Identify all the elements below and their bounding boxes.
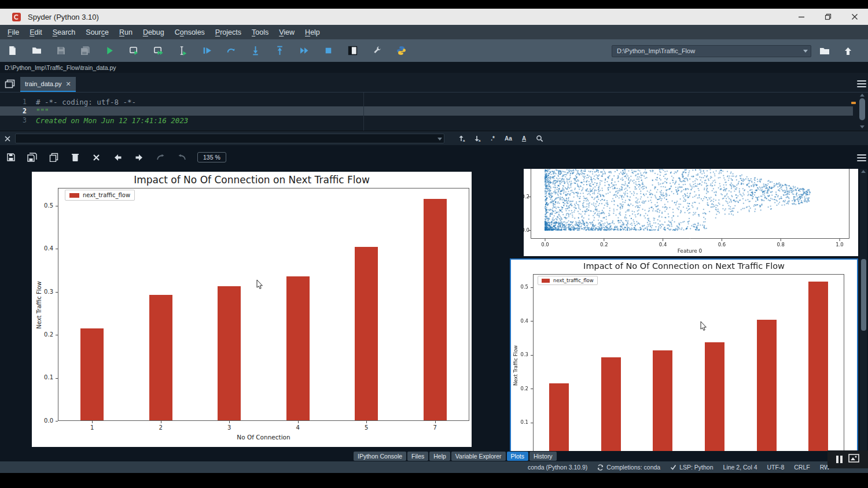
step-out-icon[interactable] <box>267 42 292 60</box>
y-axis-label: Next Traffic Flow <box>36 270 42 339</box>
bar-plot-thumbnail[interactable]: Impact of No Of Connection on Next Traff… <box>511 260 857 451</box>
find-previous-icon[interactable]: a <box>454 133 469 145</box>
minimize-button[interactable] <box>788 9 815 25</box>
next-plot-icon[interactable] <box>128 150 150 165</box>
code-line[interactable]: 3Created on Mon Jun 12 17:41:16 2023 <box>0 116 853 125</box>
step-over-icon[interactable] <box>219 42 243 60</box>
browse-tabs-icon[interactable] <box>5 79 15 88</box>
editor-scrollbar-thumb[interactable] <box>859 98 865 120</box>
menu-source[interactable]: Source <box>80 27 114 38</box>
scroll-up-icon[interactable] <box>861 170 866 173</box>
y-tick-mark <box>531 287 533 288</box>
scroll-down-icon[interactable] <box>860 125 865 128</box>
parent-directory-icon[interactable] <box>838 44 858 58</box>
debug-file-icon[interactable] <box>194 42 219 60</box>
menu-help[interactable]: Help <box>300 27 325 38</box>
x-tick-mark <box>229 421 230 423</box>
y-tick-mark <box>56 335 58 335</box>
regex-icon[interactable]: .* <box>485 133 501 145</box>
whole-words-icon[interactable]: A <box>516 133 532 145</box>
menu-view[interactable]: View <box>274 27 300 38</box>
pause-icon[interactable] <box>836 456 843 463</box>
y-tick-label: 0.1 <box>513 419 528 425</box>
bar-4 <box>705 342 724 451</box>
continue-icon[interactable] <box>292 42 316 60</box>
zoom-out-icon <box>171 150 193 165</box>
python-env-icon[interactable] <box>389 42 413 60</box>
pane-tab-history[interactable]: History <box>529 452 557 461</box>
working-directory-combobox[interactable]: D:\Python_Imp\Traffic_Flow <box>612 45 811 57</box>
pane-tab-variable-explorer[interactable]: Variable Explorer <box>451 452 506 461</box>
editor-scrollbar[interactable] <box>858 94 866 128</box>
editor-tab-label: train_data.py <box>25 80 62 87</box>
y-tick-mark <box>56 292 58 293</box>
x-tick-label: 4 <box>292 424 304 431</box>
chart-legend: next_traffic_flow <box>538 276 598 285</box>
line-number: 1 <box>0 98 27 106</box>
search-icon[interactable] <box>532 133 547 145</box>
legend-label: next_traffic_flow <box>553 278 594 283</box>
plots-options-menu-icon[interactable] <box>857 154 866 161</box>
code-line[interactable]: 1# -*- coding: utf-8 -*- <box>0 97 853 106</box>
menu-file[interactable]: File <box>2 27 24 38</box>
code-text: # -*- coding: utf-8 -*- <box>36 98 136 106</box>
y-tick-mark <box>56 249 58 249</box>
status-lsp: LSP: Python <box>670 464 713 471</box>
code-line[interactable]: 2""" <box>0 106 853 116</box>
menu-search[interactable]: Search <box>47 27 81 38</box>
menu-debug[interactable]: Debug <box>138 27 170 38</box>
editor-tab-train-data[interactable]: train_data.py ✕ <box>20 77 76 93</box>
x-tick-label: 0.4 <box>656 242 670 247</box>
restore-button[interactable] <box>815 9 841 25</box>
run-cell-icon[interactable] <box>122 42 146 60</box>
find-close-icon[interactable] <box>0 134 15 144</box>
x-tick-label: 1.0 <box>833 242 847 247</box>
run-selection-icon[interactable] <box>170 42 194 60</box>
status-line: Line 2, Col 4 <box>723 464 757 471</box>
find-input[interactable] <box>15 134 444 143</box>
tab-close-icon[interactable]: ✕ <box>66 80 71 88</box>
menu-edit[interactable]: Edit <box>24 27 47 38</box>
maximize-pane-icon[interactable] <box>340 42 365 60</box>
spyder-logo-icon <box>12 13 21 21</box>
plots-pane: 135 % Impact of No Of Connection on Next… <box>0 145 868 451</box>
scatter-plot-thumbnail[interactable]: 0.00.20.40.60.81.00.00.2Feature 0 <box>524 169 858 256</box>
run-cell-advance-icon[interactable] <box>146 42 170 60</box>
preferences-icon[interactable] <box>365 42 389 60</box>
step-into-icon[interactable] <box>243 42 267 60</box>
line-number: 2 <box>0 107 27 115</box>
new-file-icon[interactable] <box>0 42 24 60</box>
save-plot-icon[interactable] <box>0 150 21 165</box>
menu-run[interactable]: Run <box>114 27 138 38</box>
working-directory-value: D:\Python_Imp\Traffic_Flow <box>617 47 695 54</box>
pane-tab-help[interactable]: Help <box>429 452 450 461</box>
plots-scrollbar[interactable] <box>860 169 867 451</box>
frame-icon[interactable] <box>848 454 859 465</box>
pane-tab-files[interactable]: Files <box>407 452 428 461</box>
y-tick-label: 0.2 <box>524 194 529 199</box>
find-next-icon[interactable]: a <box>469 133 485 145</box>
menu-tools[interactable]: Tools <box>247 27 274 38</box>
pane-tab-plots[interactable]: Plots <box>507 452 528 461</box>
editor-options-menu-icon[interactable] <box>857 80 866 87</box>
sync-icon <box>597 464 604 471</box>
menu-projects[interactable]: Projects <box>210 27 247 38</box>
remove-plot-icon[interactable] <box>64 150 86 165</box>
remove-all-plots-icon[interactable] <box>86 150 107 165</box>
match-case-icon[interactable]: Aa <box>501 133 516 145</box>
legend-label: next_traffic_flow <box>83 192 130 198</box>
code-area[interactable]: 1# -*- coding: utf-8 -*-2"""3Created on … <box>0 92 868 131</box>
open-file-icon[interactable] <box>24 42 49 60</box>
copy-image-icon[interactable] <box>43 150 64 165</box>
stop-icon[interactable] <box>316 42 340 60</box>
run-file-icon[interactable] <box>97 42 122 60</box>
close-button[interactable] <box>841 9 868 25</box>
scroll-up-icon[interactable] <box>860 94 865 97</box>
browse-directory-icon[interactable] <box>815 44 834 58</box>
save-all-plots-icon[interactable] <box>21 150 43 165</box>
plots-scrollbar-thumb[interactable] <box>861 259 866 331</box>
previous-plot-icon[interactable] <box>107 150 128 165</box>
zoom-in-icon <box>150 150 171 165</box>
pane-tab-ipython-console[interactable]: IPython Console <box>354 452 406 461</box>
menu-consoles[interactable]: Consoles <box>170 27 210 38</box>
